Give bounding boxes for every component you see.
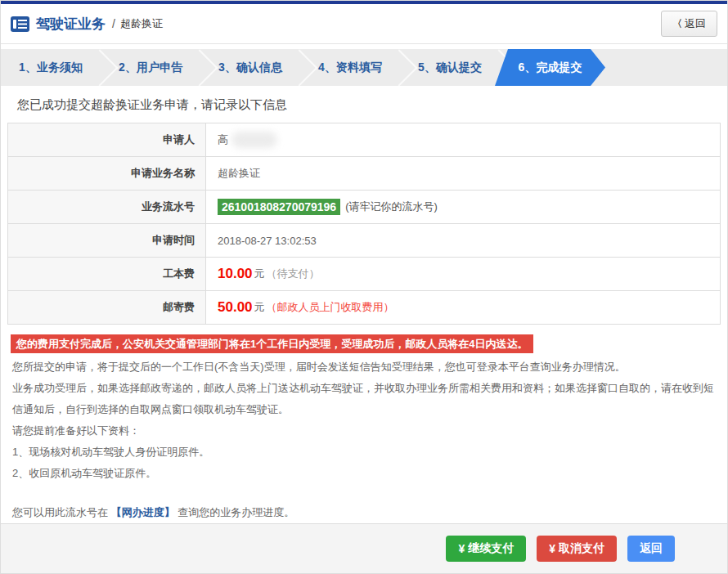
row-label: 申请业务名称 (8, 157, 206, 190)
action-footer: ¥ 继续支付 ¥ 取消支付 返回 (1, 523, 727, 573)
row-value: 261001808270079196 (请牢记你的流水号) (206, 191, 720, 223)
step-label: 4、资料填写 (318, 61, 382, 75)
row-value: 超龄换证 (206, 157, 720, 190)
step-1-business-notice[interactable]: 1、业务须知 (1, 49, 101, 86)
notice-paragraph-2: 业务成功受理后，如果选择邮政寄递的，邮政人员将上门送达机动车驾驶证，并收取办理业… (12, 378, 716, 420)
cancel-payment-label: 取消支付 (559, 541, 604, 556)
license-service-icon (11, 16, 29, 32)
page-title: 驾驶证业务 (36, 15, 106, 34)
fee-unit: 元 (254, 267, 265, 281)
table-row-postage-fee: 邮寄费 50.00 元 （邮政人员上门收取费用） (8, 291, 720, 325)
row-label: 工本费 (8, 258, 206, 290)
header-back-label: 返回 (685, 16, 706, 31)
progress-note-suffix: 查询您的业务办理进度。 (178, 506, 294, 518)
footer-back-label: 返回 (640, 541, 663, 556)
progress-note-prefix: 您可以用此流水号在 (12, 506, 108, 518)
row-label: 申请时间 (8, 224, 206, 257)
success-message: 您已成功提交超龄换证业务申请，请记录以下信息 (17, 97, 721, 113)
step-label: 6、完成提交 (519, 61, 582, 75)
step-label: 2、用户申告 (119, 61, 182, 75)
yen-icon: ¥ (458, 542, 465, 555)
row-value: 10.00 元 （待支付） (206, 258, 720, 290)
cancel-payment-button[interactable]: ¥ 取消支付 (537, 536, 617, 562)
notice-paragraph-3: 请您提前准备好以下资料： (12, 420, 721, 442)
step-2-user-declaration[interactable]: 2、用户申告 (101, 49, 200, 86)
wizard-steps: 1、业务须知 2、用户申告 3、确认信息 4、资料填写 5、确认提交 6、完成提… (1, 49, 727, 86)
notice-list-item-2: 2、收回原机动车驾驶证原件。 (12, 463, 721, 484)
row-value: 2018-08-27 13:02:53 (206, 224, 720, 257)
redacted-name-blur (231, 132, 277, 148)
yen-icon: ¥ (549, 542, 555, 555)
step-5-confirm-submit[interactable]: 5、确认提交 (400, 49, 500, 86)
table-row-business-name: 申请业务名称 超龄换证 (8, 157, 720, 191)
row-label: 业务流水号 (8, 191, 206, 223)
table-row-serial-number: 业务流水号 261001808270079196 (请牢记你的流水号) (8, 191, 720, 224)
step-6-complete-submit-active[interactable]: 6、完成提交 (495, 49, 605, 86)
step-label: 5、确认提交 (418, 61, 482, 75)
breadcrumb-separator: / (112, 17, 115, 30)
row-label: 邮寄费 (8, 291, 206, 324)
service-panel: 驾驶证业务 / 超龄换证 〈 返回 1、业务须知 2、用户申告 3、确认信息 4… (0, 0, 728, 574)
row-value: 50.00 元 （邮政人员上门收取费用） (206, 291, 720, 324)
step-3-confirm-info[interactable]: 3、确认信息 (200, 49, 300, 86)
production-fee-note: （待支付） (267, 267, 320, 281)
step-label: 3、确认信息 (218, 61, 282, 75)
row-label: 申请人 (8, 123, 206, 156)
step-4-fill-materials[interactable]: 4、资料填写 (300, 49, 400, 86)
table-row-applicant: 申请人 高 (8, 123, 720, 157)
serial-number-badge: 261001808270079196 (218, 199, 340, 215)
main-content: 您已成功提交超龄换证业务申请，请记录以下信息 申请人 高 申请业务名称 超龄换证… (1, 86, 727, 523)
row-value: 高 (206, 123, 720, 156)
application-info-table: 申请人 高 申请业务名称 超龄换证 业务流水号 2610018082700791… (7, 123, 721, 325)
notice-paragraph-1: 您所提交的申请，将于提交后的一个工作日(不含当天)受理，届时会发送短信告知受理结… (12, 357, 721, 378)
step-label: 1、业务须知 (19, 61, 83, 75)
applicant-name: 高 (218, 132, 228, 147)
progress-query-note: 您可以用此流水号在 【网办进度】 查询您的业务办理进度。 (12, 502, 721, 523)
table-row-apply-time: 申请时间 2018-08-27 13:02:53 (8, 224, 720, 258)
production-fee-amount: 10.00 (218, 266, 253, 282)
postage-fee-amount: 50.00 (218, 299, 253, 316)
fee-unit: 元 (254, 300, 265, 315)
serial-number-note: (请牢记你的流水号) (345, 200, 438, 214)
page-header: 驾驶证业务 / 超龄换证 〈 返回 (1, 4, 727, 44)
table-row-production-fee: 工本费 10.00 元 （待支付） (8, 258, 720, 291)
online-progress-link[interactable]: 【网办进度】 (111, 506, 175, 518)
footer-back-button[interactable]: 返回 (627, 536, 675, 562)
payment-alert-banner: 您的费用支付完成后，公安机关交通管理部门将在1个工作日内受理，受理成功后，邮政人… (11, 334, 533, 353)
breadcrumb-current: 超龄换证 (120, 16, 163, 31)
continue-payment-label: 继续支付 (468, 541, 514, 556)
continue-payment-button[interactable]: ¥ 继续支付 (446, 536, 526, 562)
header-back-button[interactable]: 〈 返回 (661, 11, 717, 37)
notice-list-item-1: 1、现场核对机动车驾驶人身份证明原件。 (12, 442, 721, 463)
chevron-left-icon: 〈 (672, 17, 682, 31)
postage-fee-note: （邮政人员上门收取费用） (267, 300, 394, 315)
